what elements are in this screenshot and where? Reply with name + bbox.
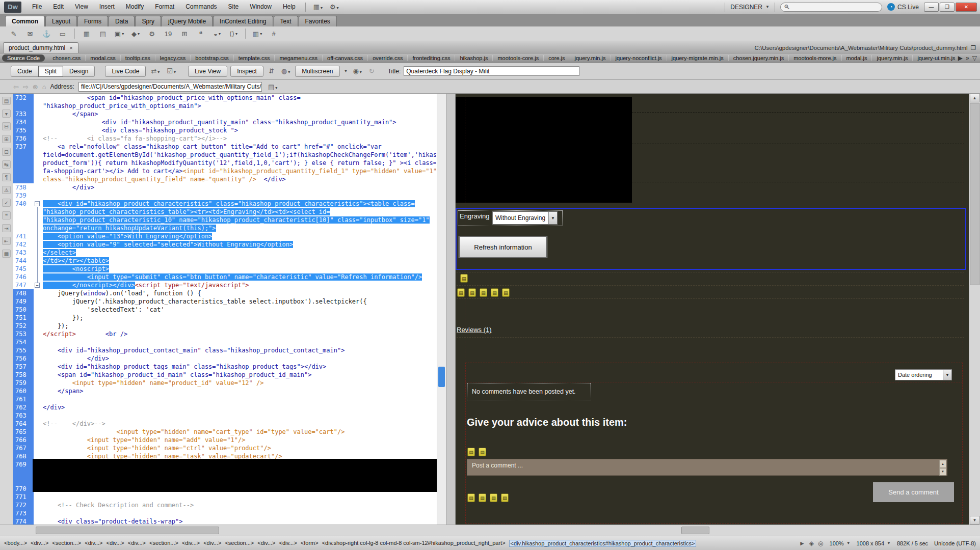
- collapse-icon[interactable]: −: [35, 283, 40, 288]
- tag-selector[interactable]: <div...>: [128, 540, 146, 547]
- code-scrollbar-thumb[interactable]: [438, 367, 445, 387]
- hand-tool-icon[interactable]: ◈: [809, 540, 814, 547]
- code-row[interactable]: "hikashop_product_characteristic_10" nam…: [13, 216, 436, 224]
- related-file[interactable]: megamenu.css: [275, 55, 323, 61]
- related-file[interactable]: modal.css: [86, 55, 121, 61]
- code-view-pane[interactable]: ▤▾⊟⊞⊡↹¶⚠✓❝⇥⇤▩ 732 <span id="hikashop_pro…: [0, 94, 446, 525]
- extensions-gear-icon[interactable]: ⚙▾: [326, 3, 342, 11]
- code-row[interactable]: 771: [13, 493, 436, 501]
- scroll-down-icon[interactable]: ▼: [939, 468, 946, 476]
- tag-selector[interactable]: <div...>: [85, 540, 102, 547]
- close-tab-icon[interactable]: ×: [69, 45, 72, 51]
- live-view-button[interactable]: Live View: [188, 66, 227, 77]
- coding-toolbar-icon[interactable]: ❝: [2, 211, 11, 219]
- code-row[interactable]: 762</div>: [13, 403, 436, 411]
- code-row[interactable]: 737 <a rel="nofollow" class="hikashop_ca…: [13, 143, 436, 151]
- code-row[interactable]: 752 });: [13, 322, 436, 330]
- menu-item-modify[interactable]: Modify: [120, 0, 149, 14]
- code-hscrollbar-thumb[interactable]: [36, 527, 219, 534]
- hidden-element-marker[interactable]: ▤: [491, 288, 498, 297]
- coding-toolbar-icon[interactable]: ▤: [2, 97, 11, 105]
- workspace-switcher[interactable]: DESIGNER ▼: [725, 3, 775, 12]
- related-file[interactable]: tooltip.css: [121, 55, 155, 61]
- refresh-icon[interactable]: ↻: [367, 67, 377, 75]
- code-row[interactable]: 774 <div class="product-details-wrap">: [13, 517, 436, 525]
- tag-selector[interactable]: <div...>: [257, 540, 275, 547]
- source-code-button[interactable]: Source Code: [2, 54, 45, 62]
- related-file[interactable]: override.css: [368, 55, 408, 61]
- forward-icon[interactable]: ⇨: [23, 83, 29, 91]
- menu-item-file[interactable]: File: [27, 0, 47, 14]
- code-row[interactable]: 758 <span id="hikashop_product_id_main" …: [13, 371, 436, 379]
- scroll-down-icon[interactable]: ▼: [970, 516, 979, 525]
- menu-item-window[interactable]: Window: [244, 0, 277, 14]
- tag-selector[interactable]: <body...>: [4, 540, 27, 547]
- coding-toolbar-icon[interactable]: ⊞: [2, 135, 11, 143]
- restore-button[interactable]: ❐: [940, 3, 955, 12]
- code-row[interactable]: 736<!-- <i class="fa fa-shopping-cart"><…: [13, 134, 436, 143]
- related-file[interactable]: legacy.css: [155, 55, 191, 61]
- tag-selector[interactable]: <section...>: [52, 540, 81, 547]
- code-row[interactable]: 773: [13, 509, 436, 517]
- script-icon[interactable]: ⟨⟩▾: [227, 28, 240, 39]
- minimize-button[interactable]: —: [924, 3, 939, 12]
- hyperlink-icon[interactable]: ✎: [7, 28, 20, 39]
- design-view-button[interactable]: Design: [63, 66, 95, 77]
- server-include-icon[interactable]: ⊞: [178, 28, 191, 39]
- code-row[interactable]: 745 <noscript>: [13, 265, 436, 273]
- related-file[interactable]: template.css: [234, 55, 275, 61]
- related-file[interactable]: modal.js: [842, 55, 872, 61]
- code-row[interactable]: 765 <input type="hidden" name="cart_type…: [13, 428, 436, 436]
- close-button[interactable]: ✕: [956, 3, 977, 12]
- inspect-button[interactable]: Inspect: [230, 66, 263, 77]
- date-ordering-select[interactable]: Date ordering ▼: [895, 369, 952, 380]
- related-file[interactable]: jquery-ui.min.js: [913, 55, 958, 61]
- design-scrollbar-thumb[interactable]: [970, 103, 979, 285]
- tag-chooser-icon[interactable]: #: [267, 28, 280, 39]
- multiscreen-button[interactable]: Multiscreen: [295, 66, 339, 77]
- code-row[interactable]: 751 });: [13, 314, 436, 322]
- widget-icon[interactable]: ⚙: [145, 28, 158, 39]
- related-file[interactable]: jquery.min.js: [872, 55, 913, 61]
- code-row[interactable]: 749 jQuery('.hikashop_product_characteri…: [13, 297, 436, 306]
- hidden-element-marker[interactable]: ▤: [467, 448, 475, 456]
- related-file[interactable]: frontediting.css: [408, 55, 455, 61]
- hidden-element-marker[interactable]: ▤: [490, 493, 497, 502]
- code-row[interactable]: 750 'selectedText': 'cat': [13, 306, 436, 314]
- tab-data[interactable]: Data: [109, 16, 135, 26]
- code-row[interactable]: 766 <input type="hidden" name="add" valu…: [13, 436, 436, 444]
- hidden-element-marker[interactable]: ▤: [468, 288, 476, 297]
- hidden-element-marker[interactable]: ▤: [467, 493, 475, 502]
- menu-item-insert[interactable]: Insert: [94, 0, 120, 14]
- code-row[interactable]: 753</script> <br />: [13, 330, 436, 338]
- back-icon[interactable]: ⇦: [13, 83, 19, 91]
- image-icon[interactable]: ▣▾: [113, 28, 126, 39]
- hidden-element-marker[interactable]: ▤: [502, 288, 510, 297]
- code-row[interactable]: class="hikashop_product_quantity_field" …: [13, 175, 436, 183]
- tab-jquery-mobile[interactable]: jQuery Mobile: [162, 16, 213, 26]
- chevron-down-icon[interactable]: ▼: [548, 212, 557, 224]
- document-tab[interactable]: product_dummy.html ×: [3, 42, 78, 53]
- hidden-element-marker[interactable]: ▤: [479, 448, 486, 456]
- tag-selector[interactable]: <div...>: [182, 540, 200, 547]
- head-icon[interactable]: ◒▾: [210, 28, 224, 39]
- code-row[interactable]: 744</td></tr></table>: [13, 257, 436, 265]
- menu-item-help[interactable]: Help: [277, 0, 301, 14]
- scroll-right-icon[interactable]: ▶: [958, 54, 963, 62]
- tag-selector[interactable]: <div...>: [203, 540, 221, 547]
- related-file[interactable]: mootools-more.js: [789, 55, 841, 61]
- code-row[interactable]: 733 </span>: [13, 110, 436, 118]
- code-row[interactable]: 735 <div class="hikashop_product_stock "…: [13, 126, 436, 134]
- code-row[interactable]: 739: [13, 191, 436, 200]
- code-row[interactable]: 763: [13, 411, 436, 420]
- pane-splitter[interactable]: [446, 94, 456, 525]
- menu-item-view[interactable]: View: [69, 0, 94, 14]
- table-icon[interactable]: ▦: [80, 28, 93, 39]
- related-file[interactable]: hikashop.js: [455, 55, 493, 61]
- hidden-element-marker[interactable]: ▤: [457, 288, 465, 297]
- hidden-element-marker[interactable]: ▤: [479, 493, 486, 502]
- menu-item-commands[interactable]: Commands: [180, 0, 222, 14]
- tag-selector[interactable]: <div.hikashop_product_characteristics#hi…: [509, 540, 697, 547]
- code-row[interactable]: 767 <input type="hidden" name="ctrl" val…: [13, 444, 436, 452]
- list-view-icon[interactable]: ▤▾: [266, 83, 279, 91]
